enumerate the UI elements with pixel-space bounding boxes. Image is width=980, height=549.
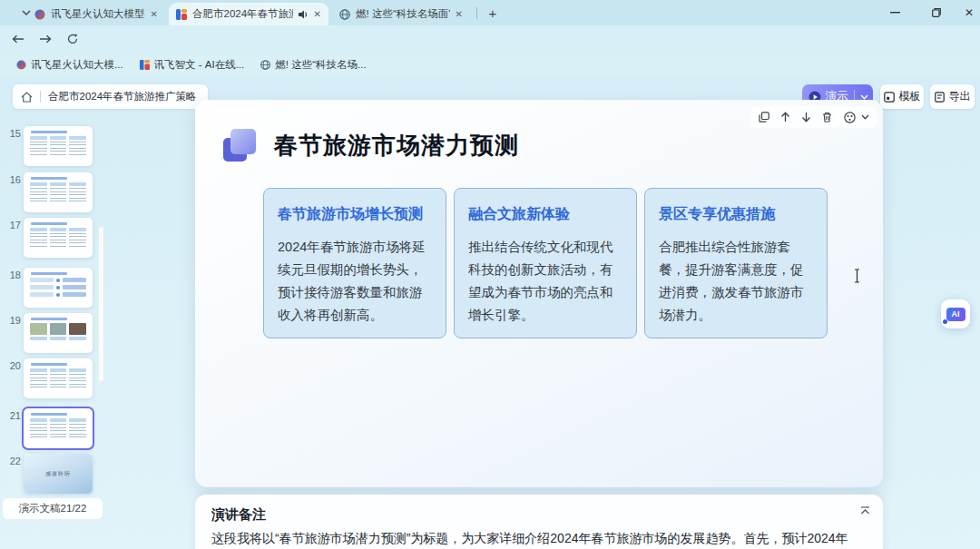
bookmarks-bar: 讯飞星火认知大模... 讯飞智文 - AI在线... 燃! 这些“科技名场... xyxy=(0,53,980,76)
thumbnail-preview xyxy=(24,222,93,249)
globe-icon xyxy=(260,60,270,70)
divider xyxy=(40,91,41,103)
move-down-icon[interactable] xyxy=(801,112,811,123)
slide-thumbnail-16[interactable] xyxy=(24,172,93,212)
browser-tab-3[interactable]: 燃! 这些“科技名场面”被写入安 ✕ xyxy=(332,3,470,25)
slide-title[interactable]: 春节旅游市场潜力预测 xyxy=(274,130,519,162)
thumbnail-preview xyxy=(24,363,93,389)
slide-toolbar xyxy=(750,106,840,128)
slide-title-icon xyxy=(223,129,256,162)
slide-number: 20 xyxy=(5,360,21,371)
collapse-notes-icon[interactable] xyxy=(860,506,870,515)
slide-number: 17 xyxy=(5,220,21,230)
notes-line-1: 这段我将以“春节旅游市场潜力预测”为标题，为大家详细介绍2024年春节旅游市场的… xyxy=(211,529,867,548)
slide-number: 22 xyxy=(5,456,21,466)
window-maximize-button[interactable] xyxy=(920,0,953,25)
window-minimize-button[interactable] xyxy=(878,0,911,25)
tab-title: 燃! 这些“科技名场面”被写入安 xyxy=(356,7,450,21)
forward-button[interactable] xyxy=(34,29,56,49)
back-button[interactable] xyxy=(7,29,29,49)
tab-close-icon[interactable]: ✕ xyxy=(151,9,158,19)
slide-thumbnail-19[interactable] xyxy=(24,313,93,353)
bookmark-zhiwen[interactable]: 讯飞智文 - AI在线... xyxy=(140,58,245,72)
tab-audio-icon[interactable] xyxy=(299,10,309,19)
sidebar-scrollbar[interactable] xyxy=(99,227,103,381)
card-body: 合肥推出综合性旅游套餐，提升游客满意度，促进消费，激发春节旅游市场潜力。 xyxy=(659,236,813,327)
bookmark-label: 燃! 这些“科技名场... xyxy=(275,58,366,72)
delete-slide-icon[interactable] xyxy=(822,112,832,123)
bookmark-spark[interactable]: 讯飞星火认知大模... xyxy=(16,58,123,72)
text-cursor xyxy=(854,269,860,283)
notes-title: 演讲备注 xyxy=(211,506,867,524)
slide-thumbnail-21-selected[interactable] xyxy=(24,408,93,448)
slide-counter: 演示文稿21/22 xyxy=(3,498,103,519)
present-dropdown-chevron-icon[interactable] xyxy=(855,94,873,100)
thumbnail-preview xyxy=(24,131,93,157)
tab-title: 合肥市2024年春节旅游推广 xyxy=(192,7,293,21)
slide-thumbnail-17[interactable] xyxy=(24,218,93,258)
new-tab-button[interactable]: + xyxy=(485,5,501,22)
export-label: 导出 xyxy=(949,89,971,104)
move-up-icon[interactable] xyxy=(780,112,790,123)
card-title: 春节旅游市场增长预测 xyxy=(278,205,432,224)
ai-assistant-button[interactable]: AI xyxy=(941,299,970,328)
spark-flame-icon xyxy=(16,60,26,70)
thumbnail-preview xyxy=(24,272,93,297)
slide-thumbnail-20[interactable] xyxy=(24,358,93,398)
bookmark-news[interactable]: 燃! 这些“科技名场... xyxy=(260,58,366,72)
export-icon xyxy=(935,92,945,103)
slide-card-3[interactable]: 景区专享优惠措施 合肥推出综合性旅游套餐，提升游客满意度，促进消费，激发春节旅游… xyxy=(644,188,828,338)
zhiwen-logo-icon xyxy=(176,9,187,20)
thumbnail-preview xyxy=(24,413,93,439)
theme-dropdown-chevron-icon[interactable] xyxy=(861,114,869,120)
theme-toolbar xyxy=(836,106,877,128)
slide-thumbnail-15[interactable] xyxy=(24,126,93,166)
template-icon xyxy=(884,92,895,103)
duplicate-slide-icon[interactable] xyxy=(759,112,769,123)
slide-number: 18 xyxy=(5,270,21,280)
slide-number: 19 xyxy=(5,315,21,326)
speaker-notes-panel[interactable]: 演讲备注 这段我将以“春节旅游市场潜力预测”为标题，为大家详细介绍2024年春节… xyxy=(195,495,883,549)
template-label: 模板 xyxy=(899,89,921,104)
tab-title: 讯飞星火认知大模型-AI大语言 xyxy=(51,7,145,21)
slide-number: 16 xyxy=(5,174,21,185)
globe-icon xyxy=(339,9,350,20)
bookmark-label: 讯飞智文 - AI在线... xyxy=(154,58,245,72)
breadcrumb[interactable]: 合肥市2024年春节旅游推广策略 xyxy=(13,84,208,109)
slide-canvas[interactable]: 春节旅游市场潜力预测 春节旅游市场增长预测 2024年春节旅游市场将延续元旦假期… xyxy=(195,100,883,487)
reload-button[interactable] xyxy=(62,29,83,49)
tab-close-icon[interactable]: ✕ xyxy=(456,9,463,19)
export-button[interactable]: 导出 xyxy=(930,84,975,109)
browser-tab-2-active[interactable]: 合肥市2024年春节旅游推广 ✕ xyxy=(169,3,328,25)
card-title: 景区专享优惠措施 xyxy=(659,205,813,224)
card-title: 融合文旅新体验 xyxy=(468,205,622,224)
slide-thumbnail-22[interactable]: 感谢聆听 xyxy=(24,454,93,494)
thumbnail-preview xyxy=(24,318,93,342)
browser-tab-1[interactable]: 讯飞星火认知大模型-AI大语言 ✕ xyxy=(27,3,165,25)
home-icon[interactable] xyxy=(21,92,33,103)
ai-icon: AI xyxy=(946,308,965,321)
template-button[interactable]: 模板 xyxy=(880,84,924,109)
slide-card-1[interactable]: 春节旅游市场增长预测 2024年春节旅游市场将延续元旦假期的增长势头，预计接待游… xyxy=(263,188,446,338)
slide-card-2[interactable]: 融合文旅新体验 推出结合传统文化和现代科技的创新文旅活动，有望成为春节市场的亮点… xyxy=(454,188,637,338)
document-title: 合肥市2024年春节旅游推广策略 xyxy=(48,90,197,103)
card-body: 2024年春节旅游市场将延续元旦假期的增长势头，预计接待游客数量和旅游收入将再创… xyxy=(278,236,432,327)
browser-toolbar: zhiwen.xfyun.cn/generate?id=501358 ⋮ xyxy=(0,25,980,53)
slide-number: 21 xyxy=(5,410,21,421)
window-close-button[interactable]: ✕ xyxy=(953,0,980,25)
tab-separator xyxy=(476,7,477,19)
slide-number: 15 xyxy=(5,128,21,139)
tab-close-icon[interactable]: ✕ xyxy=(314,9,321,19)
spark-flame-icon xyxy=(34,9,45,20)
browser-tab-strip: 讯飞星火认知大模型-AI大语言 ✕ 合肥市2024年春节旅游推广 ✕ 燃! 这些… xyxy=(0,0,980,25)
slide-thumbnail-18[interactable] xyxy=(24,268,93,308)
card-body: 推出结合传统文化和现代科技的创新文旅活动，有望成为春节市场的亮点和增长引擎。 xyxy=(468,236,622,327)
bookmark-label: 讯飞星火认知大模... xyxy=(31,58,123,72)
zhiwen-logo-icon xyxy=(140,60,150,70)
thanks-label: 感谢聆听 xyxy=(45,470,71,478)
theme-color-icon[interactable] xyxy=(844,112,856,123)
thumbnail-preview xyxy=(24,177,93,203)
thumbnail-preview: 感谢聆听 xyxy=(24,454,93,494)
